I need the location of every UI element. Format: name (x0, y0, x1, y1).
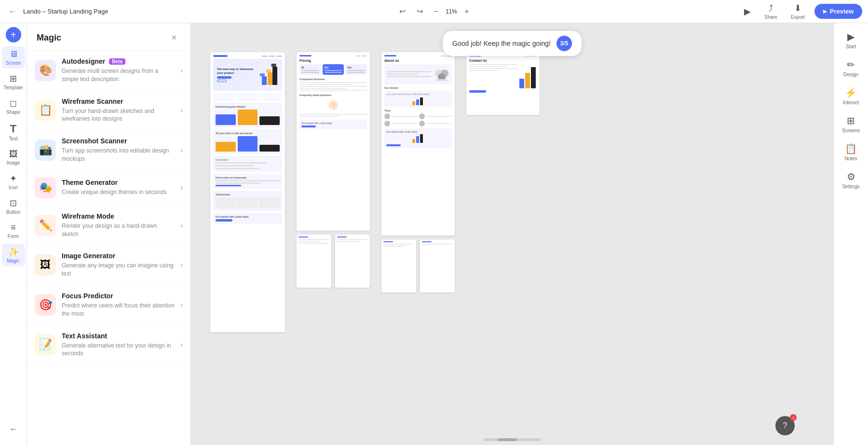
focus-predictor-title: Focus Predictor (62, 292, 113, 300)
sidebar-item-icon[interactable]: ✦ Icon (2, 170, 25, 193)
sidebar-item-screen[interactable]: 🖥 Screen (2, 46, 25, 69)
svg-rect-13 (412, 139, 415, 143)
preview-button[interactable]: Preview (814, 4, 862, 19)
svg-rect-9 (436, 79, 448, 81)
screen-frame-about[interactable]: About us (381, 52, 455, 236)
focus-predictor-arrow-icon: › (180, 301, 183, 309)
zoom-out-button[interactable]: − (430, 6, 442, 17)
magic-item-focus-predictor[interactable]: 🎯 Focus Predictor Predict where users wi… (27, 285, 190, 325)
sidebar-item-template[interactable]: ⊞ Template (2, 70, 25, 93)
autodesigner-icon: 🎨 (39, 64, 52, 77)
magic-item-image-generator[interactable]: 🖼 Image Generator Generate any image you… (27, 245, 190, 285)
magic-item-autodesigner[interactable]: 🎨 Autodesigner Beta Generate multi scree… (27, 51, 190, 91)
right-tool-settings[interactable]: ⚙ Settings (836, 167, 867, 193)
theme-generator-icon-bg: 🎭 (35, 177, 56, 198)
image-icon: 🖼 (9, 149, 18, 159)
text-assistant-icon: 📝 (39, 338, 52, 351)
share-icon: ⤴ (769, 3, 773, 14)
zoom-value: 11% (444, 8, 459, 15)
sidebar-item-form[interactable]: ≡ Form (2, 220, 25, 242)
wireframe-scanner-arrow-icon: › (180, 106, 183, 114)
sub-screens-row (297, 235, 370, 288)
screen-frame-small-1[interactable] (297, 235, 331, 288)
settings-icon: ⚙ (847, 171, 855, 182)
wireframe-mode-desc: Render your design as a hand-drawn sketc… (62, 222, 175, 238)
notification-text: Good job! Keep the magic going! (452, 40, 551, 47)
zoom-in-button[interactable]: + (461, 6, 473, 17)
screenshot-scanner-content: Screenshot Scanner Turn app screenshots … (62, 137, 175, 163)
export-button[interactable]: ⬇ Export (787, 1, 809, 22)
help-button[interactable]: ? 1 (775, 416, 795, 435)
main-area: + 🖥 Screen ⊞ Template ◻ Shape T Text 🖼 I… (0, 23, 868, 445)
svg-rect-10 (412, 101, 415, 105)
add-screen-button[interactable]: + (6, 27, 21, 42)
sidebar-item-image[interactable]: 🖼 Image (2, 146, 25, 168)
theme-generator-arrow-icon: › (180, 184, 183, 192)
canvas-content[interactable]: The best way to showcase your project. (191, 23, 833, 445)
magic-panel-close-button[interactable]: × (167, 31, 181, 44)
autodesigner-content: Autodesigner Beta Generate multi screen … (62, 57, 175, 83)
share-button[interactable]: ⤴ Share (760, 1, 781, 22)
screenshot-scanner-title: Screenshot Scanner (62, 137, 127, 145)
wireframe-scanner-content: Wireframe Scanner Turn your hand-drawn s… (62, 97, 175, 124)
sub-screens-row-2 (381, 239, 455, 292)
screen-frame-small-2[interactable] (335, 235, 370, 288)
right-tool-notes[interactable]: 📋 Notes (836, 139, 867, 165)
present-button[interactable]: ▶ (740, 4, 755, 19)
sidebar-item-button[interactable]: ⊡ Button (2, 195, 25, 218)
screen-label: Screen (6, 60, 21, 66)
back-arrow-icon: ← (9, 424, 18, 434)
design-icon: ✏ (847, 59, 855, 70)
screen-frame-hero[interactable]: The best way to showcase your project. (210, 52, 285, 332)
magic-item-wireframe-scanner[interactable]: 📋 Wireframe Scanner Turn your hand-drawn… (27, 91, 190, 131)
text-assistant-desc: Generate alternative text for your desig… (62, 342, 175, 358)
notification-badge: 3/5 (556, 36, 572, 51)
help-icon: ? (783, 421, 787, 430)
undo-button[interactable]: ↩ (395, 5, 409, 18)
magic-label: Magic (7, 258, 20, 264)
form-label: Form (8, 234, 19, 239)
sidebar-item-magic[interactable]: ✨ Magic (2, 244, 25, 266)
wireframe-mode-arrow-icon: › (180, 222, 183, 229)
wireframe-scanner-icon-bg: 📋 (35, 99, 56, 121)
autodesigner-icon-bg: 🎨 (35, 60, 56, 81)
canvas-scrollbar[interactable] (483, 438, 541, 441)
notification-bar: Good job! Keep the magic going! 3/5 (443, 31, 582, 56)
design-label: Design (843, 72, 858, 77)
magic-panel-title: Magic (37, 33, 61, 43)
svg-rect-12 (420, 97, 423, 105)
magic-item-wireframe-mode[interactable]: ✏️ Wireframe Mode Render your design as … (27, 206, 190, 246)
back-button[interactable]: ← (6, 5, 19, 18)
sidebar-item-text[interactable]: T Text (2, 120, 25, 144)
sidebar-back-button[interactable]: ← (2, 421, 25, 437)
magic-item-theme-generator[interactable]: 🎭 Theme Generator Create unique design t… (27, 170, 190, 206)
topbar-left: ← Lando – Startup Landing Page (6, 5, 392, 18)
redo-button[interactable]: ↪ (413, 5, 426, 18)
magic-item-screenshot-scanner[interactable]: 📸 Screenshot Scanner Turn app screenshot… (27, 130, 190, 170)
screenshot-scanner-desc: Turn app screenshots into editable desig… (62, 147, 175, 163)
magic-item-text-assistant[interactable]: 📝 Text Assistant Generate alternative te… (27, 325, 190, 365)
zoom-controls: − 11% + (430, 6, 473, 17)
screen-frame-small-3[interactable] (381, 239, 416, 292)
screenshot-scanner-icon-bg: 📸 (35, 139, 56, 161)
wireframe-mode-icon-bg: ✏️ (35, 215, 56, 236)
text-assistant-header: Text Assistant (62, 332, 175, 340)
topbar-center: ↩ ↪ − 11% + (395, 5, 473, 18)
sidebar-item-shape[interactable]: ◻ Shape (2, 95, 25, 118)
screen-frame-contact[interactable]: Contact Us (466, 52, 540, 115)
start-label: Start (846, 44, 856, 49)
right-sidebar: ▶ Start ✏ Design ⚡ Interact ⊞ Screens 📋 … (833, 23, 868, 445)
theme-generator-title: Theme Generator (62, 179, 118, 186)
right-tool-start[interactable]: ▶ Start (836, 27, 867, 53)
autodesigner-desc: Generate multi screen designs from a sim… (62, 67, 175, 83)
right-tool-screens[interactable]: ⊞ Screens (836, 111, 867, 137)
template-label: Template (3, 85, 23, 90)
screenshot-scanner-arrow-icon: › (180, 146, 183, 154)
app-title: Lando – Startup Landing Page (23, 8, 108, 15)
right-tool-design[interactable]: ✏ Design (836, 55, 867, 81)
screen-frame-small-4[interactable] (420, 239, 455, 292)
screen-frame-pricing[interactable]: Pricing $9 $19 (297, 52, 370, 231)
right-tool-interact[interactable]: ⚡ Interact (836, 83, 867, 109)
help-badge: 1 (790, 414, 797, 421)
svg-rect-1 (260, 73, 265, 76)
